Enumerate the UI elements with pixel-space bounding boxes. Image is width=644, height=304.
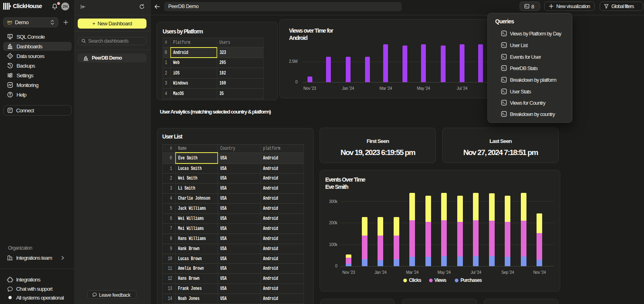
svg-text:aws: aws: [7, 20, 12, 23]
